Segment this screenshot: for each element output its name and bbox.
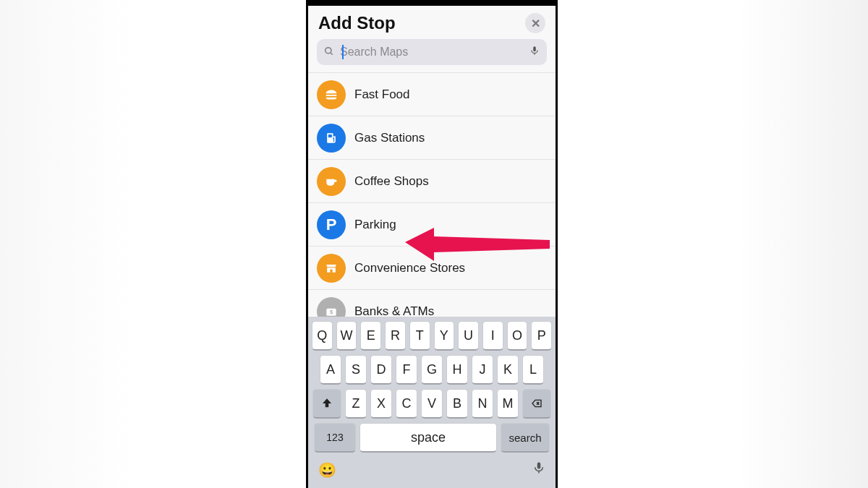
- svg-rect-5: [328, 134, 332, 137]
- category-gas-stations[interactable]: Gas Stations: [308, 116, 556, 160]
- svg-rect-6: [330, 269, 332, 272]
- category-label: Coffee Shops: [354, 174, 429, 189]
- backspace-key[interactable]: [522, 389, 551, 419]
- search-field[interactable]: [317, 39, 547, 65]
- keyboard-row-func: 123 space search: [308, 419, 556, 453]
- key-k[interactable]: K: [497, 355, 519, 385]
- key-z[interactable]: Z: [345, 389, 367, 419]
- category-label: Fast Food: [354, 87, 410, 102]
- category-label: Convenience Stores: [354, 261, 465, 275]
- key-d[interactable]: D: [370, 355, 392, 385]
- phone-frame: Add Stop ✕ Fast Food Gas Stations: [306, 0, 558, 488]
- svg-rect-11: [537, 463, 541, 469]
- keyboard-row-3: Z X C V B N M: [308, 385, 556, 419]
- svg-point-0: [326, 47, 331, 53]
- parking-letter: P: [326, 215, 337, 234]
- key-h[interactable]: H: [446, 355, 468, 385]
- page-title: Add Stop: [318, 13, 396, 33]
- keyboard-row-1: Q W E R T Y U I O P: [308, 317, 556, 351]
- category-convenience-stores[interactable]: Convenience Stores: [308, 247, 556, 290]
- status-bar: [308, 0, 556, 6]
- keyboard-row-2: A S D F G H J K L: [308, 351, 556, 385]
- key-p[interactable]: P: [531, 321, 552, 351]
- key-f[interactable]: F: [396, 355, 417, 385]
- key-x[interactable]: X: [370, 389, 392, 419]
- sheet-header: Add Stop ✕: [308, 6, 556, 39]
- key-b[interactable]: B: [446, 389, 468, 419]
- backspace-icon: [529, 398, 544, 409]
- key-s[interactable]: S: [345, 355, 367, 385]
- category-list: Fast Food Gas Stations Coffee Shops P Pa…: [308, 72, 556, 333]
- key-i[interactable]: I: [482, 321, 503, 351]
- shift-key[interactable]: [312, 389, 341, 419]
- key-w[interactable]: W: [336, 321, 357, 351]
- key-e[interactable]: E: [360, 321, 381, 351]
- key-l[interactable]: L: [522, 355, 544, 385]
- search-input[interactable]: [339, 45, 525, 59]
- category-fast-food[interactable]: Fast Food: [308, 73, 556, 116]
- numbers-key[interactable]: 123: [314, 423, 356, 453]
- category-coffee-shops[interactable]: Coffee Shops: [308, 160, 556, 203]
- dictation-icon[interactable]: [529, 44, 540, 60]
- key-t[interactable]: T: [409, 321, 430, 351]
- gas-pump-icon: [317, 124, 346, 153]
- key-o[interactable]: O: [507, 321, 528, 351]
- mic-icon[interactable]: [532, 460, 545, 479]
- key-n[interactable]: N: [472, 389, 493, 419]
- key-m[interactable]: M: [497, 389, 519, 419]
- category-label: Parking: [354, 218, 396, 232]
- key-y[interactable]: Y: [434, 321, 455, 351]
- key-a[interactable]: A: [320, 355, 341, 385]
- close-button[interactable]: ✕: [525, 13, 545, 33]
- svg-rect-2: [533, 46, 536, 51]
- close-icon: ✕: [531, 17, 540, 30]
- text-cursor: [342, 45, 344, 59]
- key-r[interactable]: R: [385, 321, 406, 351]
- burger-icon: [317, 80, 346, 109]
- parking-icon: P: [317, 210, 346, 239]
- coffee-cup-icon: [317, 167, 346, 196]
- space-key[interactable]: space: [359, 423, 497, 453]
- category-label: Gas Stations: [354, 131, 425, 145]
- key-g[interactable]: G: [421, 355, 443, 385]
- category-parking[interactable]: P Parking: [308, 203, 556, 247]
- emoji-icon[interactable]: 😀: [318, 461, 336, 479]
- key-v[interactable]: V: [421, 389, 443, 419]
- key-j[interactable]: J: [472, 355, 493, 385]
- store-icon: [317, 254, 346, 283]
- key-c[interactable]: C: [396, 389, 417, 419]
- on-screen-keyboard: Q W E R T Y U I O P A S D F G H J K L Z: [308, 317, 556, 488]
- key-u[interactable]: U: [458, 321, 479, 351]
- key-q[interactable]: Q: [312, 321, 333, 351]
- search-icon: [324, 46, 334, 59]
- shift-icon: [320, 397, 333, 410]
- search-key[interactable]: search: [501, 423, 550, 453]
- keyboard-toolbar: 😀: [308, 453, 556, 479]
- svg-line-1: [331, 52, 333, 54]
